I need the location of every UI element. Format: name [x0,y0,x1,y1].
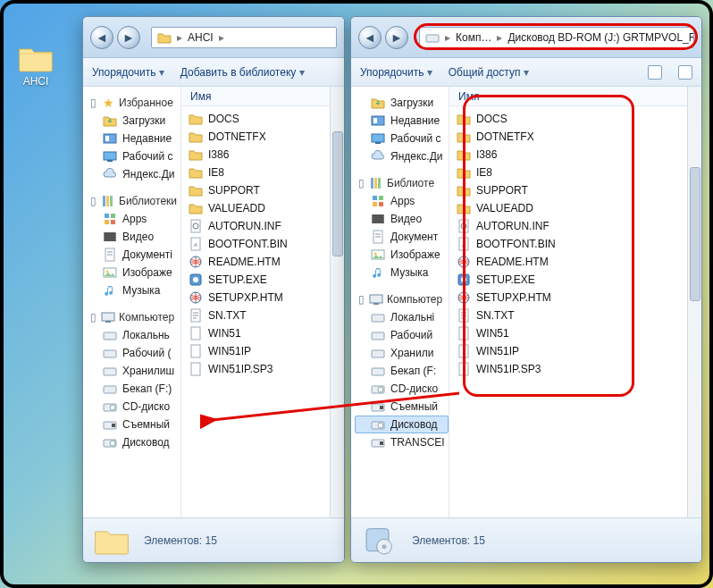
nav-item[interactable]: Музыка [355,264,449,281]
nav-item[interactable]: Дисковод [87,433,180,451]
file-row[interactable]: VALUEADD [455,199,696,217]
nav-item[interactable]: Документ [355,228,449,246]
help-icon[interactable] [678,65,692,80]
nav-item[interactable]: Документі [87,246,180,264]
nav-item[interactable]: Локальнь [87,326,180,344]
organize-button[interactable]: Упорядочить [360,66,432,79]
file-list-pane[interactable]: Имя DOCS DOTNETFX I386 IE8 SUPPORT VALUE… [181,87,344,517]
file-row[interactable]: I386 [455,146,696,164]
nav-back-button[interactable]: ◄ [358,26,382,49]
nav-back-button[interactable]: ◄ [90,26,113,49]
nav-item[interactable]: Загрузки [87,112,180,130]
nav-forward-button[interactable]: ► [385,26,408,49]
breadcrumb-item[interactable]: Комп… [456,31,491,44]
nav-item[interactable]: Рабочий с [355,130,449,147]
titlebar[interactable]: ◄ ► ▸ AHCI ▸ [83,17,344,58]
scrollbar-thumb[interactable] [690,167,700,301]
file-row[interactable]: WIN51IP.SP3 [455,360,696,378]
nav-item[interactable]: Недавние [87,130,180,147]
nav-item[interactable]: Яндекс.Ди [355,147,449,165]
organize-button[interactable]: Упорядочить [92,66,164,79]
nav-forward-button[interactable]: ► [117,26,140,49]
breadcrumb-item[interactable]: Дисковод BD-ROM (J:) GRTMPVOL_RU [507,31,694,44]
file-row[interactable]: WIN51 [455,324,696,342]
view-icon[interactable] [648,65,662,80]
column-name[interactable]: Имя [458,90,479,103]
file-row[interactable]: DOCS [187,110,339,128]
file-row[interactable]: SETUPXP.HTM [187,289,339,307]
nav-item[interactable]: Музыка [87,281,180,299]
nav-pane[interactable]: ▯ ★ Избранное Загрузки Недавние Рабочий … [83,87,181,517]
column-name[interactable]: Имя [190,90,211,103]
file-row[interactable]: SUPPORT [187,181,339,199]
file-row[interactable]: SETUP.EXE [187,271,339,289]
file-row[interactable]: WIN51 [187,324,339,342]
nav-item[interactable]: Хранилиш [87,362,180,380]
file-row[interactable]: VALUEADD [187,199,339,217]
expand-icon[interactable]: ▯ [356,293,365,306]
titlebar[interactable]: ◄ ► ▸ Комп… ▸ Дисковод BD-ROM (J:) GRTMP… [351,17,701,58]
nav-item[interactable]: Видео [87,228,180,246]
nav-item[interactable]: Apps [87,210,180,228]
nav-item[interactable]: CD-диско [87,398,180,416]
expand-icon[interactable]: ▯ [88,97,97,109]
file-row[interactable]: WIN51IP [187,342,339,360]
scrollbar-thumb[interactable] [332,131,343,256]
file-list-pane[interactable]: Имя DOCS DOTNETFX I386 IE8 SUPPORT VALUE… [449,87,701,517]
nav-item[interactable]: Локальні [355,308,449,326]
nav-group-label: Библиотеки [119,195,177,207]
address-bar[interactable]: ▸ Комп… ▸ Дисковод BD-ROM (J:) GRTMPVOL_… [419,27,694,48]
file-row[interactable]: WIN51IP [455,342,696,360]
file-row[interactable]: AUTORUN.INF [187,217,339,235]
nav-item[interactable]: Бекап (F:) [87,380,180,398]
nav-item[interactable]: Рабочий с [87,147,180,165]
add-to-library-button[interactable]: Добавить в библиотеку [180,66,305,79]
nav-group-header[interactable]: ▯ ★ Избранное [87,94,180,112]
file-row[interactable]: A BOOTFONT.BIN [455,235,696,253]
desktop-folder-ahci[interactable]: AHCI [18,43,54,88]
file-row[interactable]: SN.TXT [455,307,696,324]
column-header[interactable]: Имя [181,87,344,106]
column-header[interactable]: Имя [449,87,701,106]
nav-group-header[interactable]: ▯ Компьютер [355,290,449,308]
nav-item[interactable]: Рабочий [355,326,449,344]
file-row[interactable]: README.HTM [187,253,339,271]
nav-item[interactable]: Видео [355,210,449,228]
expand-icon[interactable]: ▯ [88,195,97,207]
file-row[interactable]: README.HTM [455,253,696,271]
nav-item[interactable]: Изображе [87,264,180,281]
file-row[interactable]: IE8 [187,164,339,181]
expand-icon[interactable]: ▯ [88,311,97,323]
file-row[interactable]: I386 [187,146,339,164]
file-row[interactable]: IE8 [455,164,696,181]
nav-item[interactable]: Яндекс.Ди [87,165,180,183]
file-row[interactable]: AUTORUN.INF [455,217,696,235]
share-button[interactable]: Общий доступ [449,66,529,79]
nav-group-header[interactable]: ▯ Библиотеки [87,192,180,210]
nav-group-header[interactable]: ▯ Компьютер [87,308,180,326]
nav-item[interactable]: Изображе [355,246,449,264]
file-row[interactable]: SETUPXP.HTM [455,289,696,307]
file-row[interactable]: DOTNETFX [455,128,696,146]
nav-item[interactable]: Бекап (F: [355,362,449,380]
file-row[interactable]: SUPPORT [455,181,696,199]
nav-item[interactable]: Недавние [355,112,449,130]
nav-scrollbar[interactable] [330,87,344,517]
nav-pane[interactable]: Загрузки Недавние Рабочий с Яндекс.Ди ▯ … [351,87,449,517]
file-row[interactable]: SETUP.EXE [455,271,696,289]
nav-item[interactable]: Съемный [87,416,180,433]
file-row[interactable]: A BOOTFONT.BIN [187,235,339,253]
file-row[interactable]: WIN51IP.SP3 [187,360,339,378]
nav-scrollbar[interactable] [687,87,701,517]
nav-item[interactable]: Apps [355,192,449,210]
expand-icon[interactable]: ▯ [356,177,365,189]
address-bar[interactable]: ▸ AHCI ▸ [151,27,337,48]
breadcrumb-item[interactable]: AHCI [188,31,214,44]
nav-item[interactable]: Рабочий ( [87,344,180,362]
nav-item[interactable]: Загрузки [355,94,449,112]
file-row[interactable]: SN.TXT [187,307,339,324]
nav-group-header[interactable]: ▯ Библиоте [355,174,449,192]
nav-item[interactable]: Хранили [355,344,449,362]
file-row[interactable]: DOCS [455,110,696,128]
file-row[interactable]: DOTNETFX [187,128,339,146]
